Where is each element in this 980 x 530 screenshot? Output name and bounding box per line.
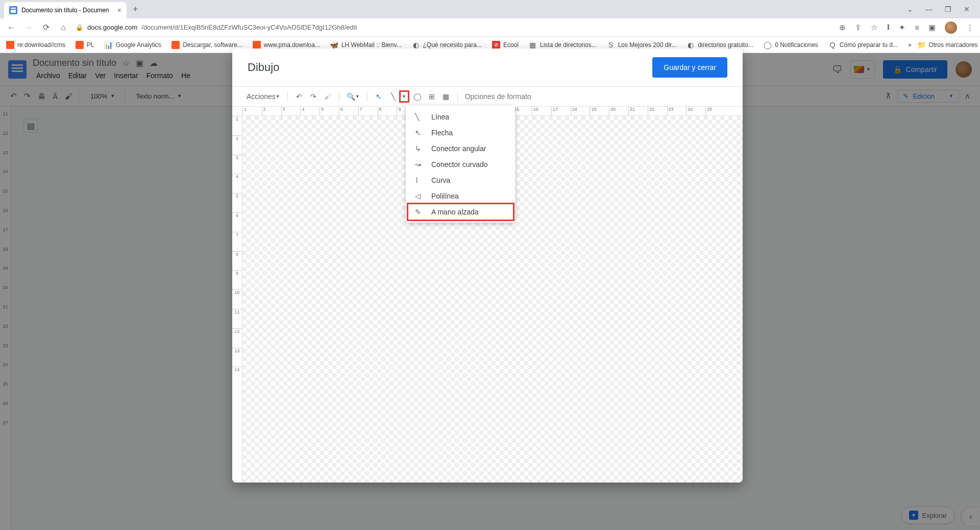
tab-search-icon[interactable]: ⌄ (907, 5, 913, 13)
save-close-button[interactable]: Guardar y cerrar (652, 57, 727, 78)
menu-item-flecha[interactable]: ↖Flecha (406, 125, 515, 140)
window-minimize-icon[interactable]: — (925, 5, 933, 13)
window-close-icon[interactable]: ✕ (964, 5, 970, 13)
browser-tab[interactable]: Documento sin título - Documen × (4, 2, 127, 18)
menu-item-curva[interactable]: ⌇Curva (406, 172, 515, 188)
bookmark-star-icon[interactable]: ☆ (871, 23, 877, 32)
bookmark-icon: ◐ (687, 41, 695, 49)
shape-tool-icon[interactable]: ◯ (411, 90, 424, 103)
zoom-icon[interactable]: ⊕ (839, 23, 846, 32)
address-bar[interactable]: 🔒 docs.google.com/document/d/1ExqiB5nE8d… (76, 20, 357, 35)
bookmark-icon: Q (828, 41, 837, 49)
bookmark-item[interactable]: ◐directorios gratuito... (687, 41, 753, 49)
undo-icon[interactable]: ↶ (293, 90, 305, 103)
bookmark-icon: ⊘ (492, 41, 500, 49)
bookmark-item[interactable]: ▦Lista de directorios... (529, 41, 597, 49)
drawing-toolbar: Acciones ▼ ↶ ↷ 🖌 🔍 ▼ ↖ ╲ ▼ ◯ ⊞ ▦ Opcione… (232, 86, 743, 107)
tab-close-icon[interactable]: × (117, 6, 121, 14)
bookmark-icon (253, 41, 261, 49)
nav-reload-icon[interactable]: ⟳ (41, 22, 51, 32)
bookmark-item[interactable]: 🦋LH WebMail :: Bienv... (330, 41, 402, 49)
docs-favicon-icon (9, 6, 17, 14)
notifications-icon[interactable]: ▣ (928, 23, 936, 32)
text-icon[interactable]: I (887, 23, 890, 32)
line-type-icon: ◁ (415, 192, 424, 200)
lock-icon: 🔒 (76, 24, 83, 31)
line-type-menu: ╲Línea↖Flecha↳Conector angular↝Conector … (406, 106, 515, 223)
bookmark-item[interactable]: SLos Mejores 200 dir... (607, 41, 677, 49)
nav-home-icon[interactable]: ⌂ (58, 23, 68, 32)
line-tool-dropdown-icon[interactable]: ▼ (399, 90, 409, 103)
bookmarks-overflow-icon[interactable]: » (908, 41, 912, 49)
bookmark-item[interactable]: www.pma.downloa... (253, 41, 320, 49)
line-icon: ╲ (387, 90, 399, 103)
bookmark-icon: ◯ (764, 41, 772, 49)
bookmark-icon (6, 41, 14, 49)
nav-back-icon[interactable]: ← (6, 23, 16, 32)
line-type-icon: ↖ (415, 129, 424, 137)
select-tool-icon[interactable]: ↖ (373, 90, 385, 103)
image-tool-icon[interactable]: ▦ (440, 90, 452, 103)
menu-item-a-mano-alzada[interactable]: ✎A mano alzada (406, 204, 515, 220)
url-path: /document/d/1ExqiB5nE8dZFzWfuSC3eoi-yC4V… (141, 23, 357, 31)
bookmark-icon: 🦋 (330, 41, 338, 49)
reading-list-icon[interactable]: ≡ (915, 23, 919, 32)
menu-item-línea[interactable]: ╲Línea (406, 109, 515, 125)
bookmark-item[interactable]: QCómo preparar tu d... (828, 41, 898, 49)
address-bar-row: ← → ⟳ ⌂ 🔒 docs.google.com/document/d/1Ex… (0, 18, 980, 37)
zoom-tool[interactable]: 🔍 ▼ (345, 90, 362, 103)
nav-forward-icon: → (23, 23, 34, 32)
paint-format-icon: 🖌 (322, 90, 334, 103)
redo-icon[interactable]: ↷ (307, 90, 320, 103)
line-tool[interactable]: ╲ ▼ (387, 90, 409, 103)
share-page-icon[interactable]: ⇪ (855, 23, 862, 32)
menu-item-polilínea[interactable]: ◁Polilínea (406, 188, 515, 204)
actions-menu[interactable]: Acciones ▼ (244, 90, 282, 103)
drawing-v-ruler: 1234567891011121314 (232, 116, 242, 483)
line-type-icon: ✎ (415, 208, 424, 216)
bookmark-item[interactable]: PL (76, 41, 94, 49)
profile-avatar-icon[interactable] (945, 21, 957, 34)
bookmark-icon (76, 41, 84, 49)
text-box-tool-icon[interactable]: ⊞ (426, 90, 438, 103)
bookmark-icon: 📊 (105, 41, 113, 49)
bookmark-item[interactable]: re:download//cms (6, 41, 65, 49)
bookmark-icon: S (607, 41, 615, 49)
window-maximize-icon[interactable]: ❐ (945, 5, 951, 13)
format-options-label[interactable]: Opciones de formato (463, 90, 533, 103)
browser-menu-icon[interactable]: ⋮ (966, 23, 974, 32)
tab-title: Documento sin título - Documen (21, 7, 109, 14)
bookmark-item[interactable]: ⊘Ecool (492, 41, 519, 49)
line-type-icon: ↝ (415, 160, 424, 168)
browser-tabs-bar: Documento sin título - Documen × + ⌄ — ❐… (0, 0, 980, 18)
line-type-icon: ╲ (415, 113, 424, 121)
other-bookmarks[interactable]: 📁Otros marcadores (918, 41, 978, 49)
line-type-icon: ↳ (415, 144, 424, 153)
extensions-icon[interactable]: ✦ (899, 23, 905, 32)
url-host: docs.google.com (87, 23, 137, 31)
bookmark-item[interactable]: ◐¿Qué necesito para... (412, 41, 482, 49)
dialog-title: Dibujo (248, 61, 279, 74)
new-tab-button[interactable]: + (133, 4, 138, 15)
window-controls: ⌄ — ❐ ✕ (907, 5, 976, 13)
bookmark-item[interactable]: Descargar, software... (172, 41, 242, 49)
bookmark-icon: ▦ (529, 41, 537, 49)
bookmark-icon: ◐ (412, 41, 420, 49)
line-type-icon: ⌇ (415, 176, 424, 184)
menu-item-conector-angular[interactable]: ↳Conector angular (406, 140, 515, 156)
menu-item-conector-curvado[interactable]: ↝Conector curvado (406, 156, 515, 172)
bookmark-item[interactable]: ◯0 Notificaciones (764, 41, 818, 49)
bookmark-icon (172, 41, 180, 49)
bookmark-item[interactable]: 📊Google Analytics (105, 41, 161, 49)
